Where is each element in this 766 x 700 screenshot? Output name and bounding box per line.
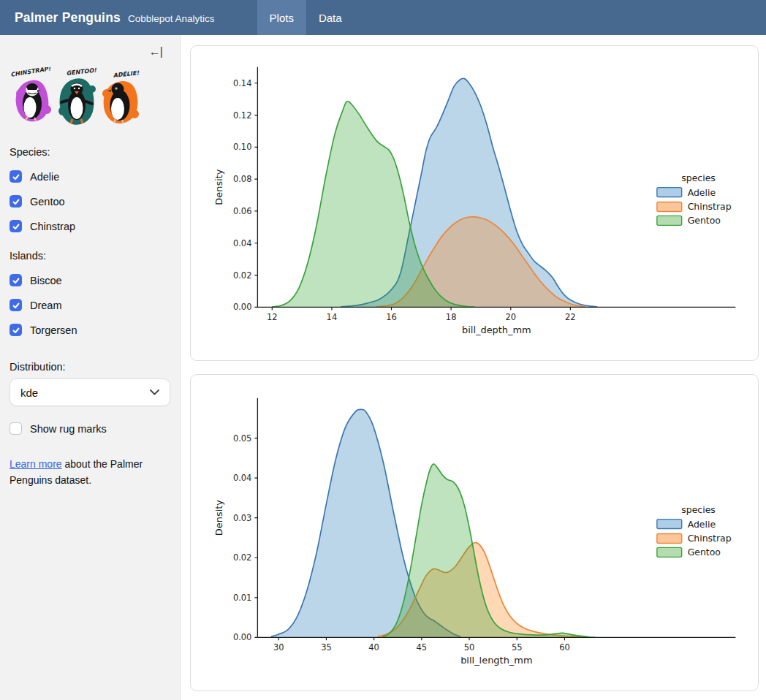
sidebar: ←| CHINSTRAP! — [0, 35, 181, 700]
chevron-down-icon — [150, 389, 159, 395]
legend-patch-gentoo — [657, 216, 682, 225]
logo-label-adelie: ADÉLIE! — [113, 69, 140, 79]
chinstrap-penguin-art: CHINSTRAP! — [10, 67, 51, 121]
y-axis-label: Density — [213, 169, 224, 205]
torgersen-checkbox[interactable] — [10, 324, 22, 336]
check-icon — [12, 197, 20, 206]
nav-tabs: Plots Data — [257, 0, 354, 35]
legend-label-adelie: Adelie — [688, 187, 716, 198]
checkbox-row-adelie[interactable]: Adelie — [10, 170, 170, 183]
check-icon — [12, 172, 20, 181]
species-group-label: Species: — [10, 146, 170, 158]
kde-chart-bill-depth: 1214161820220.000.020.040.060.080.100.12… — [191, 46, 758, 360]
gentoo-checkbox[interactable] — [10, 195, 22, 208]
rug-marks-label: Show rug marks — [30, 423, 107, 435]
legend-patch-chinstrap — [657, 202, 682, 212]
legend-title: species — [681, 504, 715, 515]
x-tick-label: 45 — [417, 642, 428, 653]
legend-label-gentoo: Gentoo — [688, 547, 721, 558]
y-tick-label: 0.00 — [233, 632, 251, 642]
sidebar-collapse-icon[interactable]: ←| — [149, 45, 162, 58]
tab-data[interactable]: Data — [306, 0, 354, 35]
logo-label-chinstrap: CHINSTRAP! — [10, 67, 51, 78]
x-tick-label: 12 — [267, 312, 278, 322]
logo-label-gentoo: GENTOO! — [66, 67, 96, 77]
islands-group-label: Islands: — [10, 250, 170, 262]
penguins-logo-image: CHINSTRAP! GENTOO! — [10, 67, 143, 129]
biscoe-checkbox-label: Biscoe — [30, 275, 62, 286]
x-tick-label: 50 — [464, 642, 475, 653]
legend-label-chinstrap: Chinstrap — [688, 533, 732, 544]
app-title: Palmer Penguins — [15, 10, 121, 26]
chinstrap-checkbox-label: Chinstrap — [30, 221, 75, 232]
torgersen-checkbox-label: Torgersen — [30, 324, 77, 336]
plot-card-bill-length: 303540455055600.000.010.020.030.040.05bi… — [190, 374, 759, 691]
plot-card-bill-depth: 1214161820220.000.020.040.060.080.100.12… — [190, 45, 759, 361]
learn-more-text: Learn more about the Palmer Penguins dat… — [10, 457, 170, 488]
adelie-checkbox[interactable] — [10, 170, 22, 183]
adelie-checkbox-label: Adelie — [30, 171, 59, 183]
x-tick-label: 55 — [512, 642, 523, 653]
tab-plots[interactable]: Plots — [257, 0, 306, 35]
checkbox-row-biscoe[interactable]: Biscoe — [10, 274, 170, 286]
checkbox-row-gentoo[interactable]: Gentoo — [10, 195, 170, 208]
app-header: Palmer Penguins Cobblepot Analytics Plot… — [0, 0, 766, 35]
x-tick-label: 60 — [559, 642, 570, 653]
check-icon — [12, 222, 20, 231]
checkbox-row-torgersen[interactable]: Torgersen — [10, 324, 170, 336]
legend-patch-chinstrap — [657, 533, 682, 543]
y-tick-label: 0.10 — [233, 142, 251, 152]
y-tick-label: 0.05 — [233, 433, 251, 444]
check-icon — [12, 276, 20, 285]
gentoo-penguin-art: GENTOO! — [58, 67, 97, 125]
x-axis-label: bill_depth_mm — [462, 324, 531, 335]
gentoo-checkbox-label: Gentoo — [30, 196, 65, 208]
app-subtitle: Cobblepot Analytics — [128, 13, 215, 24]
x-tick-label: 22 — [565, 312, 576, 322]
legend-patch-adelie — [657, 188, 682, 197]
x-tick-label: 20 — [505, 312, 516, 322]
dream-checkbox-label: Dream — [30, 300, 62, 311]
adelie-penguin-art: ADÉLIE! — [102, 69, 140, 123]
y-tick-label: 0.12 — [233, 110, 251, 121]
legend-label-chinstrap: Chinstrap — [688, 201, 732, 212]
x-tick-label: 18 — [446, 312, 457, 322]
distribution-label: Distribution: — [10, 361, 170, 373]
check-icon — [12, 301, 20, 310]
checkbox-row-rug-marks[interactable]: Show rug marks — [10, 422, 170, 435]
kde-chart-bill-length: 303540455055600.000.010.020.030.040.05bi… — [191, 375, 758, 691]
dream-checkbox[interactable] — [10, 299, 22, 311]
y-tick-label: 0.03 — [233, 513, 251, 523]
y-tick-label: 0.00 — [233, 302, 251, 312]
y-tick-label: 0.04 — [233, 473, 251, 483]
y-tick-label: 0.04 — [233, 238, 251, 248]
check-icon — [12, 326, 20, 335]
legend-patch-adelie — [657, 520, 682, 529]
legend-title: species — [681, 172, 715, 183]
y-tick-label: 0.02 — [233, 552, 251, 563]
x-tick-label: 40 — [368, 642, 379, 653]
x-tick-label: 14 — [327, 312, 338, 322]
x-axis-label: bill_length_mm — [460, 655, 532, 666]
y-tick-label: 0.08 — [233, 174, 251, 184]
learn-more-link[interactable]: Learn more — [10, 458, 62, 470]
legend-label-gentoo: Gentoo — [688, 215, 721, 226]
x-tick-label: 30 — [273, 642, 284, 653]
rug-marks-checkbox[interactable] — [10, 422, 22, 435]
checkbox-row-chinstrap[interactable]: Chinstrap — [10, 220, 170, 232]
y-tick-label: 0.14 — [233, 78, 251, 88]
distribution-select[interactable]: kde — [10, 378, 170, 406]
main-panel: 1214161820220.000.020.040.060.080.100.12… — [181, 35, 766, 700]
brand: Palmer Penguins Cobblepot Analytics — [15, 10, 215, 26]
legend-patch-gentoo — [657, 547, 682, 557]
biscoe-checkbox[interactable] — [10, 274, 22, 286]
checkbox-row-dream[interactable]: Dream — [10, 299, 170, 311]
y-tick-label: 0.06 — [233, 206, 251, 216]
distribution-selected-value: kde — [20, 387, 38, 399]
chinstrap-checkbox[interactable] — [10, 220, 22, 232]
content: ←| CHINSTRAP! — [0, 35, 766, 700]
y-tick-label: 0.01 — [233, 593, 251, 603]
legend-label-adelie: Adelie — [688, 519, 716, 530]
y-tick-label: 0.02 — [233, 270, 251, 281]
y-axis-label: Density — [213, 500, 224, 536]
